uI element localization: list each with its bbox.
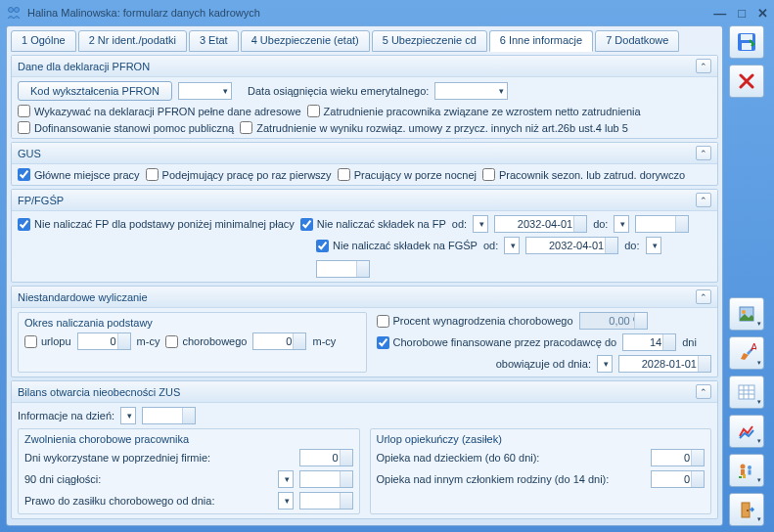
titlebar: Halina Malinowska: formularz danych kadr…: [0, 0, 774, 25]
tab-ogolne[interactable]: 1 Ogólne: [11, 30, 76, 52]
maximize-button[interactable]: □: [738, 6, 746, 21]
tab-ubezp-cd[interactable]: 5 Ubezpieczenie cd: [372, 30, 487, 52]
tab-inne-informacje[interactable]: 6 Inne informacje: [489, 30, 593, 52]
ciaglosc-label: 90 dni ciągłości:: [24, 473, 101, 485]
cb-zatrudnienie-rozwiaz[interactable]: Zatrudnienie w wyniku rozwiąz. umowy z p…: [240, 121, 628, 134]
panel-fp-title: FP/FGŚP: [18, 195, 64, 206]
close-button[interactable]: ✕: [757, 6, 768, 21]
svg-rect-18: [743, 474, 746, 478]
urlopu-mcy: m-cy: [137, 335, 160, 347]
cb-pfron-full-address[interactable]: Wykazywać na deklaracji PFRON pełne dane…: [18, 105, 301, 117]
panel-bilans-title: Bilans otwarcia nieobecności ZUS: [18, 386, 180, 398]
save-button[interactable]: [729, 25, 764, 59]
cb-procent-chorob[interactable]: Procent wynagrodzenia chorobowego: [377, 315, 573, 328]
cb-fp-skladki[interactable]: Nie naliczać składek na FP: [300, 218, 446, 231]
svg-point-0: [9, 8, 14, 13]
prawo-zasilek-label: Prawo do zasiłku chorobowego od dnia:: [24, 495, 214, 507]
prawo-zasilek-date[interactable]: ▴▾: [299, 492, 353, 510]
okres-title: Okres naliczania podstawy: [24, 317, 360, 329]
fgsp-do-combo[interactable]: [646, 237, 661, 254]
ciaglosc-date[interactable]: ▴▾: [299, 470, 353, 488]
panel-gus-title: GUS: [18, 148, 41, 159]
retire-age-label: Data osiągnięcia wieku emerytalnego:: [248, 85, 429, 97]
people-chart-button[interactable]: [729, 454, 764, 487]
obowiazuje-combo[interactable]: [597, 355, 613, 373]
panel-pfron-title: Dane dla deklaracji PFRON: [18, 61, 150, 72]
informacje-dzien-label: Informacje na dzień:: [18, 410, 114, 421]
panel-fp: FP/FGŚP ⌃ Nie naliczać FP dla podstawy p…: [11, 189, 718, 283]
fgsp-do-date[interactable]: ▴▾: [316, 260, 370, 278]
dni-poprzednia-label: Dni wykorzystane w poprzedniej firmie:: [24, 452, 210, 464]
obowiazuje-date[interactable]: 2028-01-01▴▾: [618, 355, 711, 373]
kod-wyksztalcenia-button[interactable]: Kod wykształcenia PFRON: [18, 81, 172, 101]
svg-point-6: [742, 310, 746, 314]
tab-bar: 1 Ogólne 2 Nr ident./podatki 3 Etat 4 Ub…: [11, 30, 718, 52]
window-title: Halina Malinowska: formularz danych kadr…: [27, 7, 713, 19]
okres-panel: Okres naliczania podstawy urlopu 0▴▾ m-c…: [18, 312, 367, 373]
informacje-dzien-combo[interactable]: [120, 407, 136, 424]
retire-age-combo[interactable]: [434, 82, 508, 100]
fp-do-label: do:: [593, 218, 608, 230]
tab-dodatkowe[interactable]: 7 Dodatkowe: [595, 30, 679, 52]
chart-button[interactable]: [729, 415, 764, 448]
cb-dofinansowanie-publiczna[interactable]: Dofinansowanie stanowi pomoc publiczną: [18, 121, 234, 134]
dni-poprzednia-value[interactable]: 0▴▾: [299, 449, 353, 466]
minimize-button[interactable]: —: [713, 6, 726, 21]
tab-nr-ident[interactable]: 2 Nr ident./podatki: [78, 30, 187, 52]
panel-niestandardowe: Niestandardowe wyliczanie ⌃ Okres nalicz…: [11, 286, 718, 377]
opieka-dziecko-label: Opieka nad dzieckiem (do 60 dni):: [377, 452, 540, 464]
prawo-zasilek-combo[interactable]: [278, 492, 294, 510]
cb-fgsp-skladki[interactable]: Nie naliczać składek na FGŚP: [316, 240, 478, 252]
cb-chorobowego[interactable]: chorobowego: [165, 335, 247, 348]
fp-od-date[interactable]: 2032-04-01▴▾: [494, 215, 587, 233]
collapse-niest-icon[interactable]: ⌃: [696, 289, 711, 304]
spreadsheet-button[interactable]: [729, 376, 764, 409]
finansowane-value[interactable]: 14▴▾: [622, 333, 676, 351]
cancel-button[interactable]: [729, 65, 764, 98]
fgsp-od-combo[interactable]: [504, 237, 520, 254]
panel-pfron: Dane dla deklaracji PFRON ⌃ Kod wykształ…: [11, 55, 718, 139]
informacje-dzien-date[interactable]: ▴▾: [142, 407, 196, 424]
cb-gus-sezon[interactable]: Pracownik sezon. lub zatrud. dorywczo: [482, 168, 685, 181]
svg-point-13: [741, 465, 746, 469]
cb-gus-pierwszy[interactable]: Podejmujący pracę po raz pierwszy: [146, 168, 332, 181]
fgsp-do-label: do:: [624, 240, 639, 251]
collapse-pfron-icon[interactable]: ⌃: [696, 59, 711, 73]
fp-do-combo[interactable]: [614, 215, 629, 233]
svg-rect-3: [741, 34, 752, 40]
opieka-dziecko-value[interactable]: 0▴▾: [651, 449, 705, 466]
chorobowego-value[interactable]: 0▴▾: [252, 332, 306, 350]
fp-od-combo[interactable]: [473, 215, 488, 233]
tab-ubezp-etat[interactable]: 4 Ubezpieczenie (etat): [241, 30, 370, 52]
dni-label: dni: [682, 336, 697, 348]
cb-fp-below-min[interactable]: Nie naliczać FP dla podstawy poniżej min…: [18, 218, 295, 231]
urlopu-value[interactable]: 0▴▾: [77, 332, 131, 350]
fgsp-od-date[interactable]: 2032-04-01▴▾: [525, 237, 618, 254]
cb-gus-glowne[interactable]: Główne miejsce pracy: [18, 168, 140, 181]
tab-etat[interactable]: 3 Etat: [189, 30, 239, 52]
svg-rect-16: [749, 470, 751, 475]
opieka-rodzina-value[interactable]: 0▴▾: [651, 470, 705, 488]
cb-urlopu[interactable]: urlopu: [24, 335, 71, 348]
collapse-gus-icon[interactable]: ⌃: [696, 146, 711, 160]
svg-point-20: [747, 510, 749, 511]
panel-gus: GUS ⌃ Główne miejsce pracy Podejmujący p…: [11, 142, 718, 186]
cb-finansowane-pracodawca[interactable]: Chorobowe finansowane przez pracodawcę d…: [377, 336, 617, 349]
kod-wyksztalcenia-input[interactable]: [178, 82, 232, 100]
brush-button[interactable]: A: [729, 336, 764, 370]
svg-rect-8: [739, 385, 754, 399]
cb-zatrudnienie-netto[interactable]: Zatrudnienie pracownika związane ze wzro…: [307, 105, 641, 117]
app-icon: [6, 5, 22, 21]
toolbar-right: A: [729, 25, 768, 526]
panel-niest-title: Niestandardowe wyliczanie: [18, 291, 148, 303]
cb-gus-noc[interactable]: Pracujący w porze nocnej: [338, 168, 477, 181]
door-button[interactable]: [729, 493, 764, 526]
collapse-fp-icon[interactable]: ⌃: [696, 193, 711, 207]
fgsp-od-label: od:: [483, 240, 498, 251]
image-button[interactable]: [729, 297, 764, 331]
collapse-bilans-icon[interactable]: ⌃: [696, 384, 711, 399]
fp-do-date[interactable]: ▴▾: [635, 215, 689, 233]
urlop-opiekunczy-panel: Urlop opiekuńczy (zasiłek) Opieka nad dz…: [370, 428, 712, 514]
chorobowego-mcy: m-cy: [312, 335, 336, 347]
ciaglosc-combo[interactable]: [278, 470, 294, 488]
